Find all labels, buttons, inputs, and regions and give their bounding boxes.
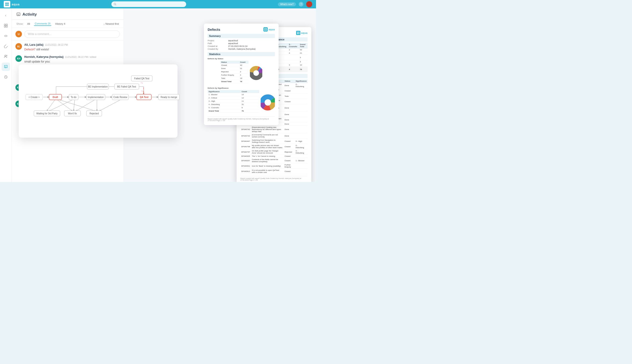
svg-rect-56 xyxy=(266,30,267,30)
activity-icon xyxy=(4,65,8,68)
charts-row: Defects by Status StatusCount Closed40 D… xyxy=(208,58,275,85)
svg-text:QA Test: QA Test xyxy=(140,96,149,98)
table-row: DF040935The 'L' for Cancel is missingClo… xyxy=(240,155,307,158)
logo-area: aqua xyxy=(4,1,20,8)
svg-text:Waiting for 3rd Party: Waiting for 3rd Party xyxy=(37,112,58,115)
search-bar[interactable] xyxy=(111,2,186,7)
report-summary-grid: Project aquacloud Path aquacloud Created… xyxy=(208,40,275,50)
svg-text:Implementation: Implementation xyxy=(88,96,104,98)
sidebar-item-flow[interactable] xyxy=(2,32,10,40)
collapse-sidebar-button[interactable]: ‹ xyxy=(2,11,10,20)
svg-rect-11 xyxy=(6,26,8,27)
table-row: DF040912It is not possible to open QaTte… xyxy=(240,169,307,174)
report-footer-1: Report created with aqua® Quality Suite … xyxy=(208,116,275,121)
main-layout: ‹ xyxy=(0,8,316,182)
svg-rect-8 xyxy=(4,24,6,26)
report-logo-text-2: aqua xyxy=(301,32,307,34)
significance-chart-label: Defects by Significance xyxy=(208,87,275,89)
svg-rect-0 xyxy=(5,2,7,4)
svg-point-12 xyxy=(5,55,6,56)
history-icon xyxy=(4,75,8,79)
table-row: DF040797On Edit profile page the 'Danger… xyxy=(240,149,307,155)
report-panel-1: Defects aqua Summary Project xyxy=(204,24,279,125)
status-pie-chart xyxy=(250,64,262,82)
svg-text:< Create >: < Create > xyxy=(29,96,40,98)
comment-avatar: KH xyxy=(16,55,22,62)
svg-text:BE Failed QA Test: BE Failed QA Test xyxy=(117,86,136,88)
workflow-panel: ↑↓ < Create > Draft To do Implementation… xyxy=(19,64,177,138)
comment-input[interactable]: Write a comment... xyxy=(24,30,120,38)
table-row: DF040931Icon for 'Back' is missing (usab… xyxy=(240,163,307,169)
svg-text:To do: To do xyxy=(71,96,77,98)
search-icon xyxy=(114,3,116,6)
comment-header: Ali, Lara (alila) 11/21/2022, 06:22 PM xyxy=(24,43,120,46)
report-header-1: Defects aqua xyxy=(208,27,275,32)
svg-text:Failed QA Test: Failed QA Test xyxy=(134,77,149,80)
comment-timestamp: 11/21/2022, 06:22 PM xyxy=(45,44,68,46)
search-area xyxy=(20,2,278,7)
svg-rect-70 xyxy=(298,32,299,33)
svg-rect-1 xyxy=(7,2,9,4)
svg-rect-71 xyxy=(297,33,298,34)
svg-text:Won't fix: Won't fix xyxy=(68,112,77,115)
significance-pie-chart xyxy=(261,93,275,112)
report-logo-2: aqua xyxy=(296,31,307,35)
app-name: aqua xyxy=(12,2,20,6)
comment-header: Hornish, Kateryna (hornyska) 11/21/2022,… xyxy=(24,55,120,58)
sidebar-item-users[interactable] xyxy=(2,52,10,61)
svg-rect-69 xyxy=(297,32,298,33)
nav-right: What's new? ? xyxy=(278,1,312,7)
grid-icon xyxy=(4,24,8,28)
svg-point-7 xyxy=(306,5,312,7)
svg-text:Rejected: Rejected xyxy=(90,112,99,115)
comment-item: AL Ali, Lara (alila) 11/21/2022, 06:22 P… xyxy=(16,43,120,52)
report-footer-2: Report created with aqua® Quality Suite … xyxy=(240,176,307,181)
comment-avatar: AL xyxy=(16,43,22,50)
statistics-section-title: Statistics xyxy=(208,52,275,56)
top-navigation: aqua What's new? ? xyxy=(0,0,316,8)
svg-text:↑↓: ↑↓ xyxy=(141,90,143,92)
search-input[interactable] xyxy=(118,3,184,6)
filter-all[interactable]: All xyxy=(26,22,31,26)
flow-icon xyxy=(4,34,8,38)
svg-point-68 xyxy=(265,99,271,106)
svg-point-62 xyxy=(253,70,259,76)
summary-section-title: Summary xyxy=(208,34,275,38)
status-stats-table: StatusCount Closed40 Done21 Rejected3 Fu… xyxy=(220,61,248,83)
svg-point-4 xyxy=(114,3,116,5)
comment-author: Ali, Lara (alila) xyxy=(24,43,44,46)
sidebar-item-grid[interactable] xyxy=(2,22,10,30)
report-title-1: Defects xyxy=(208,28,220,32)
report-logo-text: aqua xyxy=(269,28,275,31)
sidebar-item-attach[interactable] xyxy=(2,42,10,50)
filter-bar: Show: All Comments 20 History 4 ↓ Newest… xyxy=(12,20,124,28)
svg-text:BE Implementation: BE Implementation xyxy=(88,86,108,88)
defect-link[interactable]: Defect#7 xyxy=(24,48,36,51)
activity-panel-icon xyxy=(16,12,21,16)
svg-rect-55 xyxy=(264,30,265,30)
whats-new-button[interactable]: What's new? xyxy=(278,2,296,6)
attach-icon xyxy=(4,44,8,48)
users-icon xyxy=(4,54,8,58)
svg-rect-72 xyxy=(298,33,299,34)
svg-rect-53 xyxy=(264,28,265,29)
svg-rect-9 xyxy=(6,24,8,26)
avatar[interactable] xyxy=(306,1,312,7)
sidebar-item-activity[interactable] xyxy=(2,62,10,71)
comment-content: Ali, Lara (alila) 11/21/2022, 06:22 PM D… xyxy=(24,43,120,52)
svg-point-13 xyxy=(6,55,7,56)
workflow-diagram: ↑↓ < Create > Draft To do Implementation… xyxy=(26,74,170,125)
svg-rect-54 xyxy=(266,28,267,29)
report-logo-1: aqua xyxy=(263,27,275,32)
help-icon[interactable]: ? xyxy=(299,2,303,6)
sidebar-item-history[interactable] xyxy=(2,73,10,81)
filter-history[interactable]: History 4 xyxy=(54,22,66,26)
sort-button[interactable]: ↓ Newest first xyxy=(104,22,119,25)
table-row: DF040742[Dependencies] Creating new depe… xyxy=(240,126,307,133)
table-row: DF040742[Comments] Comments are not sort… xyxy=(240,133,307,138)
filter-comments[interactable]: Comments 20 xyxy=(34,22,51,26)
comment-text: Defect#7 still exists! xyxy=(24,47,120,52)
svg-rect-3 xyxy=(7,4,9,6)
svg-rect-2 xyxy=(5,4,7,6)
table-row: DF040447Switching from Navigation to Set… xyxy=(240,138,307,144)
